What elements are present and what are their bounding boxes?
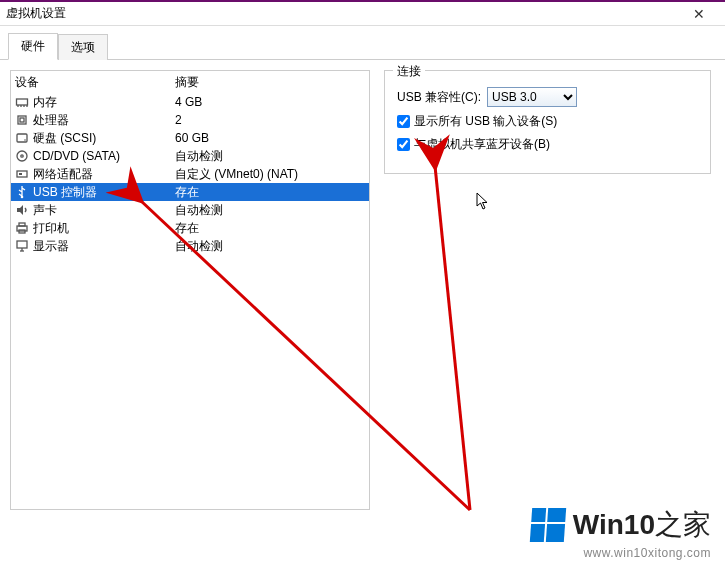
device-list-header: 设备 摘要 — [11, 71, 369, 93]
disk-icon — [15, 131, 29, 145]
connection-legend: 连接 — [393, 63, 425, 80]
sound-icon — [15, 203, 29, 217]
show-all-usb-label: 显示所有 USB 输入设备(S) — [414, 113, 557, 130]
svg-rect-17 — [17, 241, 27, 248]
device-summary: 自动检测 — [175, 238, 365, 255]
cpu-icon — [15, 113, 29, 127]
share-bluetooth-row: 与虚拟机共享蓝牙设备(B) — [397, 136, 698, 153]
device-summary: 自动检测 — [175, 148, 365, 165]
svg-rect-0 — [17, 99, 28, 105]
device-row[interactable]: 网络适配器 自定义 (VMnet0) (NAT) — [11, 165, 369, 183]
svg-rect-15 — [19, 223, 25, 226]
device-label: 内存 — [33, 94, 57, 111]
device-label: 网络适配器 — [33, 166, 93, 183]
tab-options[interactable]: 选项 — [58, 34, 108, 60]
show-all-usb-row: 显示所有 USB 输入设备(S) — [397, 113, 698, 130]
device-summary: 2 — [175, 113, 365, 127]
device-summary: 60 GB — [175, 131, 365, 145]
window-title: 虚拟机设置 — [6, 5, 66, 22]
device-summary: 存在 — [175, 220, 365, 237]
device-summary: 4 GB — [175, 95, 365, 109]
usb-compat-label: USB 兼容性(C): — [397, 89, 481, 106]
svg-point-10 — [21, 155, 23, 157]
device-summary: 自定义 (VMnet0) (NAT) — [175, 166, 365, 183]
device-label: 打印机 — [33, 220, 69, 237]
device-list: 设备 摘要 内存 4 GB 处理器 2 硬盘 (SCSI) 60 GB CD/D… — [10, 70, 370, 510]
device-label: 硬盘 (SCSI) — [33, 130, 96, 147]
column-device: 设备 — [15, 74, 175, 91]
tab-hardware[interactable]: 硬件 — [8, 33, 58, 60]
column-summary: 摘要 — [175, 74, 365, 91]
usb-compat-select[interactable]: USB 3.0 — [487, 87, 577, 107]
display-icon — [15, 239, 29, 253]
watermark: Win10之家 www.win10xitong.com — [531, 506, 711, 560]
device-row[interactable]: 打印机 存在 — [11, 219, 369, 237]
svg-point-13 — [21, 196, 24, 199]
tab-strip: 硬件 选项 — [0, 26, 725, 60]
share-bluetooth-label: 与虚拟机共享蓝牙设备(B) — [414, 136, 550, 153]
device-row[interactable]: 处理器 2 — [11, 111, 369, 129]
connection-group: 连接 USB 兼容性(C): USB 3.0 显示所有 USB 输入设备(S) … — [384, 70, 711, 174]
device-summary: 自动检测 — [175, 202, 365, 219]
device-row[interactable]: USB 控制器 存在 — [11, 183, 369, 201]
device-label: 显示器 — [33, 238, 69, 255]
svg-rect-12 — [19, 173, 22, 175]
svg-rect-7 — [17, 134, 27, 142]
svg-point-9 — [17, 151, 27, 161]
usb-compat-row: USB 兼容性(C): USB 3.0 — [397, 87, 698, 107]
cd-icon — [15, 149, 29, 163]
network-icon — [15, 167, 29, 181]
watermark-url: www.win10xitong.com — [531, 546, 711, 560]
usb-icon — [15, 185, 29, 199]
printer-icon — [15, 221, 29, 235]
device-label: USB 控制器 — [33, 184, 97, 201]
device-row[interactable]: 硬盘 (SCSI) 60 GB — [11, 129, 369, 147]
svg-rect-5 — [18, 116, 26, 124]
share-bluetooth-checkbox[interactable] — [397, 138, 410, 151]
device-label: CD/DVD (SATA) — [33, 149, 120, 163]
device-summary: 存在 — [175, 184, 365, 201]
device-label: 处理器 — [33, 112, 69, 129]
cursor-icon — [476, 192, 490, 214]
dialog-body: 设备 摘要 内存 4 GB 处理器 2 硬盘 (SCSI) 60 GB CD/D… — [0, 60, 725, 560]
device-label: 声卡 — [33, 202, 57, 219]
device-row[interactable]: 内存 4 GB — [11, 93, 369, 111]
svg-rect-6 — [20, 118, 24, 122]
titlebar: 虚拟机设置 ✕ — [0, 0, 725, 26]
windows-logo-icon — [530, 508, 566, 542]
show-all-usb-checkbox[interactable] — [397, 115, 410, 128]
svg-point-8 — [24, 139, 26, 141]
device-row[interactable]: 声卡 自动检测 — [11, 201, 369, 219]
settings-panel: 连接 USB 兼容性(C): USB 3.0 显示所有 USB 输入设备(S) … — [380, 70, 715, 550]
device-row[interactable]: CD/DVD (SATA) 自动检测 — [11, 147, 369, 165]
close-button[interactable]: ✕ — [679, 6, 719, 22]
memory-icon — [15, 95, 29, 109]
device-row[interactable]: 显示器 自动检测 — [11, 237, 369, 255]
watermark-brand: Win10之家 — [573, 506, 711, 544]
